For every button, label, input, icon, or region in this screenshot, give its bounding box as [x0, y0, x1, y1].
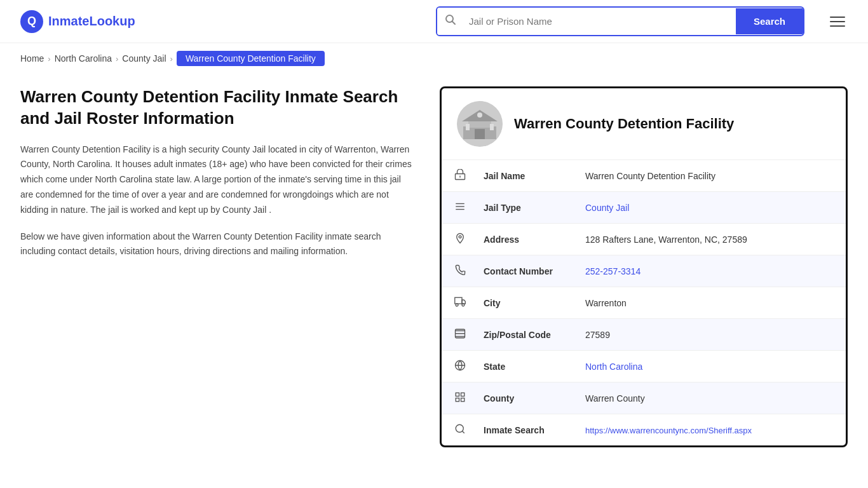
breadcrumb-type[interactable]: County Jail	[122, 53, 166, 64]
facility-image	[457, 101, 503, 147]
field-label: State	[471, 351, 573, 383]
table-row: CountyWarren County	[442, 383, 846, 414]
table-row: Inmate Searchhttps://www.warrencountync.…	[442, 414, 846, 446]
breadcrumb: Home › North Carolina › County Jail › Wa…	[0, 43, 868, 74]
left-column: Warren County Detention Facility Inmate …	[20, 86, 414, 271]
svg-point-19	[462, 304, 465, 306]
table-row: Contact Number252-257-3314	[442, 255, 846, 287]
table-row: Jail TypeCounty Jail	[442, 192, 846, 224]
field-value[interactable]: County Jail	[573, 192, 846, 224]
svg-marker-17	[462, 300, 465, 304]
field-label: Zip/Postal Code	[471, 319, 573, 351]
svg-point-9	[477, 112, 482, 118]
hamburger-menu[interactable]	[827, 14, 848, 29]
table-row: Address128 Rafters Lane, Warrenton, NC, …	[442, 224, 846, 255]
site-header: Q InmateLookup Search	[0, 0, 868, 43]
breadcrumb-sep-2: ›	[116, 54, 118, 64]
address-icon	[442, 224, 471, 255]
page-desc-2: Below we have given information about th…	[20, 229, 414, 260]
facility-card: Warren County Detention Facility Jail Na…	[440, 86, 848, 447]
field-label: Contact Number	[471, 255, 573, 287]
svg-line-1	[452, 22, 456, 25]
page-title: Warren County Detention Facility Inmate …	[20, 86, 414, 130]
field-label: Jail Name	[471, 160, 573, 192]
search-icon	[442, 414, 471, 446]
svg-line-28	[462, 431, 464, 433]
field-label: Address	[471, 224, 573, 255]
breadcrumb-sep-3: ›	[170, 54, 173, 64]
field-value: Warren County Detention Facility	[573, 160, 846, 192]
search-input[interactable]	[464, 10, 736, 33]
field-value[interactable]: 252-257-3314	[573, 255, 846, 287]
zip-icon	[442, 319, 471, 351]
right-column: Warren County Detention Facility Jail Na…	[440, 86, 848, 447]
jail-icon	[442, 160, 471, 192]
field-label: County	[471, 383, 573, 414]
breadcrumb-home[interactable]: Home	[20, 53, 44, 64]
breadcrumb-state[interactable]: North Carolina	[55, 53, 112, 64]
type-icon	[442, 192, 471, 224]
breadcrumb-sep-1: ›	[48, 54, 50, 64]
svg-rect-23	[456, 393, 459, 396]
svg-rect-25	[461, 398, 465, 402]
table-row: CityWarrenton	[442, 287, 846, 319]
search-button[interactable]: Search	[736, 8, 803, 34]
table-row: Zip/Postal Code27589	[442, 319, 846, 351]
state-icon	[442, 351, 471, 383]
field-value: 128 Rafters Lane, Warrenton, NC, 27589	[573, 224, 846, 255]
svg-rect-26	[456, 398, 459, 402]
svg-rect-16	[455, 297, 462, 304]
field-value[interactable]: North Carolina	[573, 351, 846, 383]
phone-icon	[442, 255, 471, 287]
field-value[interactable]: https://www.warrencountync.com/Sheriff.a…	[573, 414, 846, 446]
facility-info-table: Jail NameWarren County Detention Facilit…	[442, 160, 846, 445]
search-icon	[437, 8, 464, 35]
city-icon	[442, 287, 471, 319]
field-value: Warrenton	[573, 287, 846, 319]
page-desc-1: Warren County Detention Facility is a hi…	[20, 142, 414, 218]
svg-rect-7	[466, 124, 470, 130]
table-row: Jail NameWarren County Detention Facilit…	[442, 160, 846, 192]
field-value: 27589	[573, 319, 846, 351]
breadcrumb-current: Warren County Detention Facility	[177, 51, 325, 66]
county-icon	[442, 383, 471, 414]
svg-point-15	[459, 236, 461, 238]
svg-rect-24	[461, 393, 465, 396]
field-label: City	[471, 287, 573, 319]
svg-point-27	[456, 424, 463, 432]
field-value: Warren County	[573, 383, 846, 414]
logo-link[interactable]: Q InmateLookup	[20, 10, 135, 33]
svg-rect-6	[475, 129, 485, 139]
table-row: StateNorth Carolina	[442, 351, 846, 383]
facility-card-header: Warren County Detention Facility	[442, 88, 846, 160]
logo-text: InmateLookup	[48, 14, 135, 29]
search-form: Search	[436, 6, 804, 36]
main-content: Warren County Detention Facility Inmate …	[0, 74, 868, 473]
field-label: Jail Type	[471, 192, 573, 224]
svg-point-18	[456, 304, 458, 306]
facility-name-heading: Warren County Detention Facility	[514, 116, 734, 132]
field-label: Inmate Search	[471, 414, 573, 446]
svg-rect-8	[490, 124, 494, 130]
logo-icon: Q	[20, 10, 43, 33]
